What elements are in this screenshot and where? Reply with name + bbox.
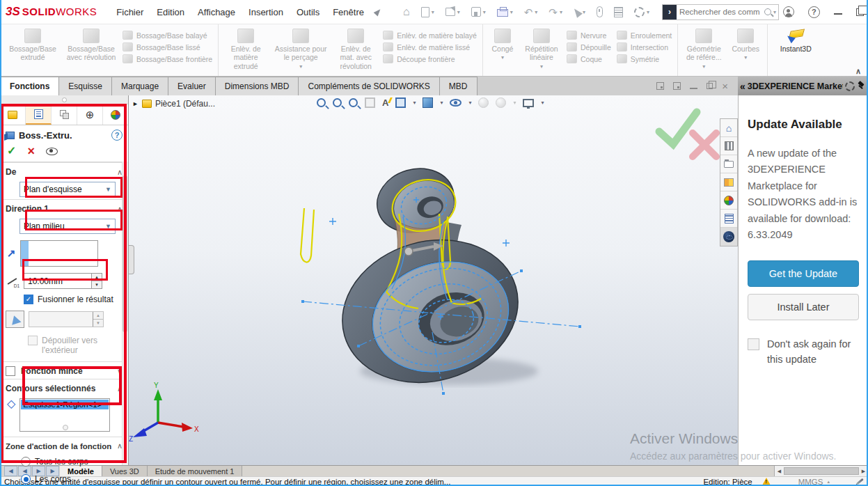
linear-pattern-button[interactable]: Répétition linéaire▾ [519, 26, 564, 70]
home-button[interactable]: ⌂ [403, 6, 410, 17]
doc-pane-icon-2[interactable] [673, 82, 681, 90]
scrollbar-thumb[interactable] [784, 467, 859, 475]
menu-insertion[interactable]: Insertion [248, 7, 283, 17]
menu-fenetre[interactable]: Fenêtre [333, 7, 364, 17]
intersect-button[interactable]: Intersection [617, 42, 672, 52]
scrollbar-thumb[interactable] [123, 175, 127, 332]
command-search[interactable]: › ▾ [662, 4, 779, 20]
all-bodies-radio[interactable] [21, 457, 31, 467]
confirm-button[interactable]: ✓ [7, 146, 16, 157]
tab-complements[interactable]: Compléments de SOLIDWORKS [298, 77, 439, 95]
tab-marquage[interactable]: Marquage [111, 77, 168, 95]
menu-edition[interactable]: Edition [157, 7, 184, 17]
tab-mbd[interactable]: MBD [439, 77, 478, 95]
ribbon-collapse-chevron[interactable]: ∧ [855, 67, 861, 76]
pin-menu-icon[interactable] [375, 8, 381, 15]
revolved-cut-button[interactable]: Enlèv. de mat. avec révolution [331, 26, 380, 70]
reverse-direction-icon[interactable]: ↗ [7, 247, 16, 260]
panel-splitter-grip[interactable] [129, 245, 134, 274]
boundary-cut-button[interactable]: Découpe frontière [383, 54, 477, 63]
display-style-icon[interactable] [423, 97, 433, 108]
install-later-button[interactable]: Install Later [748, 294, 859, 320]
document-name[interactable]: Pièce1 (Défau... [155, 99, 215, 109]
3dexperience-button[interactable] [720, 228, 737, 246]
panel-pin-icon[interactable] [857, 81, 866, 91]
tab-etude-mouvement[interactable]: Etude de mouvement 1 [148, 466, 243, 476]
tab-fonctions[interactable]: Fonctions [0, 77, 59, 95]
view-orientation-icon[interactable] [395, 97, 406, 108]
account-icon[interactable] [783, 6, 794, 17]
hole-wizard-button[interactable]: Assistance pour le perçage▾ [270, 26, 331, 70]
reference-geometry-button[interactable]: Géométrie de référe...▾ [681, 26, 727, 70]
select-button[interactable]: ▾ [574, 8, 585, 17]
curves-button[interactable]: Courbes▾ [727, 26, 764, 61]
options-button[interactable]: ▾ [634, 7, 649, 17]
spinner-up-icon[interactable]: ▲ [93, 312, 103, 320]
doc-minimize-button[interactable] [690, 84, 697, 89]
thin-feature-checkbox[interactable] [6, 366, 15, 376]
properties-button[interactable] [614, 7, 623, 17]
annotation-views-icon[interactable]: A [382, 97, 388, 108]
dont-ask-checkbox[interactable] [748, 338, 759, 350]
panel-scrollbar[interactable] [122, 162, 128, 465]
tab-esquisse[interactable]: Esquisse [58, 77, 112, 95]
horizontal-scrollbar[interactable]: ◀ ▶ [774, 466, 868, 476]
save-button[interactable]: ▾ [471, 7, 486, 17]
search-input[interactable] [677, 8, 764, 16]
contour-list-item[interactable]: Esquisse1-Région<1> [21, 400, 109, 409]
print-button[interactable]: ▾ [497, 7, 513, 17]
file-explorer-button[interactable] [720, 155, 737, 173]
tab-propertymanager[interactable] [26, 104, 52, 125]
section-direction1[interactable]: Direction 1∧ [0, 199, 128, 217]
direction-reference-box[interactable] [20, 240, 98, 267]
section-selected-contours[interactable]: Contours sélectionnés∧ [0, 379, 128, 396]
redo-button[interactable]: ↷▾ [549, 7, 562, 17]
view-palette-button[interactable] [720, 173, 737, 191]
apply-scene-icon[interactable] [496, 97, 506, 108]
design-library-button[interactable] [720, 137, 737, 155]
wrap-button[interactable]: Enroulement [617, 31, 672, 40]
merge-result-checkbox[interactable]: ✓ [24, 295, 33, 304]
preview-eye-icon[interactable] [46, 148, 58, 155]
cancel-x-mark[interactable] [693, 133, 716, 157]
zoom-area-icon[interactable] [333, 98, 342, 107]
feature-help-icon[interactable]: ? [111, 130, 123, 141]
mouse-gestures-button[interactable] [597, 6, 603, 17]
depth-value[interactable]: 10.00mm [24, 274, 91, 288]
doc-close-button[interactable]: × [722, 81, 728, 91]
swept-boss-button[interactable]: Bossage/Base balayé [123, 31, 212, 40]
menu-affichage[interactable]: Affichage [198, 7, 235, 17]
rib-button[interactable]: Nervure [567, 31, 611, 40]
confirm-check-mark[interactable] [659, 112, 697, 144]
depth-spinner[interactable]: 10.00mm ▲▼ [24, 273, 102, 289]
spinner-up-icon[interactable]: ▲ [92, 274, 102, 281]
doc-pane-icon-1[interactable] [656, 82, 664, 90]
section-from[interactable]: De∧ [0, 162, 128, 180]
mirror-button[interactable]: Symétrie [617, 54, 672, 63]
tab-dimxpertmanager[interactable]: ⊕ [77, 104, 103, 125]
minimize-button[interactable] [834, 9, 842, 15]
tab-displaymanager[interactable] [103, 104, 128, 125]
units-label[interactable]: MMGS [798, 478, 823, 486]
swept-cut-button[interactable]: Enlèv. de matière balayé [383, 31, 477, 40]
spinner-down-icon[interactable]: ▼ [92, 281, 102, 288]
menu-outils[interactable]: Outils [297, 7, 319, 17]
tab-featuremanager[interactable] [0, 104, 26, 125]
appearances-button[interactable] [720, 191, 737, 210]
tag-pen-icon[interactable] [855, 477, 864, 486]
scroll-right-icon[interactable]: ▶ [859, 466, 868, 476]
previous-view-icon[interactable] [349, 98, 358, 107]
doc-restore-button[interactable] [707, 83, 713, 89]
draft-outward-checkbox[interactable] [28, 336, 38, 345]
scroll-left-icon[interactable]: ◀ [775, 466, 784, 476]
shell-button[interactable]: Coque [567, 54, 611, 63]
zoom-fit-icon[interactable] [317, 98, 326, 107]
fillet-button[interactable]: Congé▾ [486, 26, 519, 61]
revolved-boss-button[interactable]: Bossage/Base avec révolution [63, 26, 120, 62]
hide-show-items-icon[interactable] [450, 99, 461, 107]
cancel-feature-button[interactable]: × [27, 145, 35, 157]
panel-grip[interactable] [0, 95, 128, 104]
new-document-button[interactable]: ▾ [421, 7, 434, 17]
lofted-cut-button[interactable]: Enlèv. de matière lissé [383, 42, 477, 52]
extruded-boss-button[interactable]: Bossage/Base extrudé [3, 26, 63, 62]
